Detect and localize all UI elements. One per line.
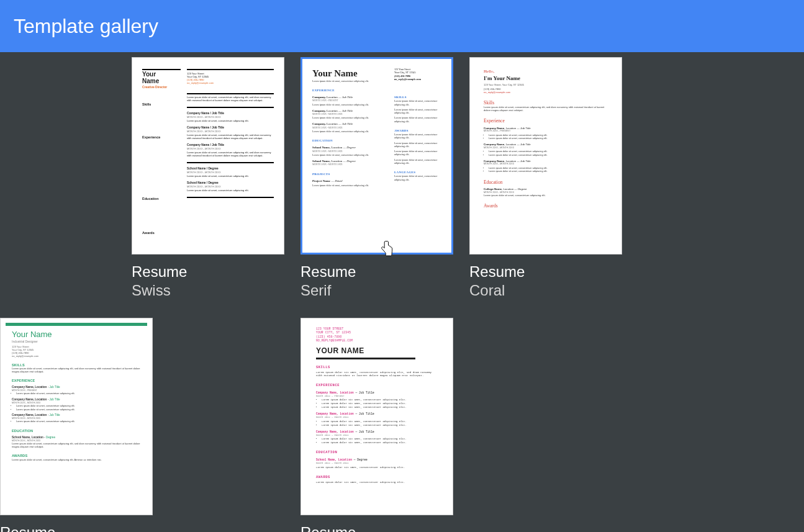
template-thumb-spearmint[interactable]: Your Name Industrial Designer 123 Your S… [0, 318, 153, 515]
header-bar: Template gallery [0, 0, 804, 52]
swiss-name-2: Name [142, 78, 181, 85]
template-thumb-serif[interactable]: Your Name Lorem ipsum dolor sit amet, co… [300, 57, 453, 255]
card-title: Resume [469, 263, 638, 281]
card-title: Resume [0, 524, 169, 532]
preview-serif: Your Name Lorem ipsum dolor sit amet, co… [302, 59, 451, 253]
swiss-role: Creative Director [142, 85, 181, 89]
preview-modern: 123 YOUR STREET YOUR CITY, ST 12345 (123… [301, 318, 453, 515]
template-thumb-modern[interactable]: 123 YOUR STREET YOUR CITY, ST 12345 (123… [300, 318, 453, 515]
card-subtitle: Serif [300, 282, 469, 299]
card-subtitle: Coral [469, 282, 638, 299]
template-thumb-coral[interactable]: Hello, I'm Your Name 123 Your Street, Yo… [469, 57, 622, 255]
template-card-swiss: Your Name Creative Director Skills Exper… [132, 57, 300, 318]
card-title: Resume [300, 524, 469, 532]
template-card-modern: 123 YOUR STREET YOUR CITY, ST 12345 (123… [300, 318, 469, 532]
template-thumb-swiss[interactable]: Your Name Creative Director Skills Exper… [132, 57, 284, 255]
template-card-coral: Hello, I'm Your Name 123 Your Street, Yo… [469, 57, 638, 318]
card-title: Resume [132, 263, 300, 281]
swiss-name-1: Your [142, 71, 181, 78]
serif-name: Your Name [312, 68, 386, 79]
preview-swiss: Your Name Creative Director Skills Exper… [132, 58, 284, 254]
preview-spearmint: Your Name Industrial Designer 123 Your S… [1, 323, 152, 515]
template-card-serif: Your Name Lorem ipsum dolor sit amet, co… [300, 57, 469, 318]
template-card-spearmint: Your Name Industrial Designer 123 Your S… [0, 318, 169, 532]
card-title: Resume [300, 263, 469, 281]
template-gallery: Your Name Creative Director Skills Exper… [0, 52, 804, 532]
preview-coral: Hello, I'm Your Name 123 Your Street, Yo… [470, 58, 621, 254]
card-subtitle: Swiss [132, 282, 300, 299]
page-title: Template gallery [14, 15, 158, 38]
